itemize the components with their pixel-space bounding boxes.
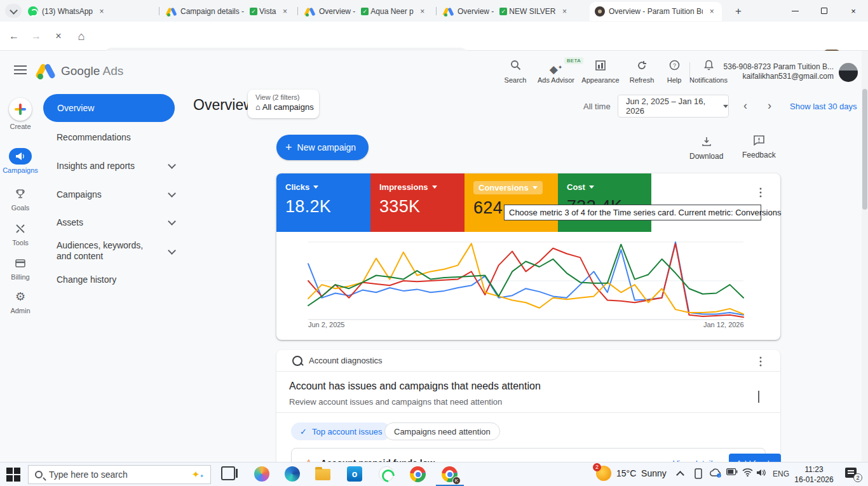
phone-link-icon[interactable] [694, 468, 703, 479]
filter-chip[interactable]: View (2 filters) ⌂ All campaigns [248, 90, 319, 118]
new-campaign-button[interactable]: + New campaign [276, 135, 369, 160]
chip-top-account-issues[interactable]: ✓ Top account issues [291, 422, 391, 440]
back-button[interactable]: ← [6, 29, 22, 44]
maximize-button[interactable] [810, 0, 839, 22]
clock[interactable]: 11:23 16-01-2026 [793, 464, 835, 485]
account-email: kaifalikhan531@gmail.com [693, 72, 834, 81]
taskbar-search[interactable]: Type here to search ✦✦ [28, 465, 211, 484]
dropdown-arrow-icon [723, 105, 728, 108]
feedback-button[interactable]: Feedback [742, 135, 776, 159]
start-button[interactable] [6, 468, 20, 482]
whatsapp-taskbar-icon[interactable] [379, 466, 395, 483]
appbar-search[interactable]: Search [493, 60, 538, 84]
metric-conversions[interactable]: Conversions 624. [465, 173, 559, 232]
menu-hamburger-icon[interactable] [14, 65, 27, 74]
tray-chevron-icon[interactable] [677, 469, 683, 480]
speaker-icon[interactable] [756, 468, 766, 477]
close-icon[interactable]: × [280, 6, 290, 17]
collapse-button[interactable] [758, 391, 759, 402]
sidebar-item-recommendations[interactable]: Recommendations [57, 132, 175, 142]
show-last-30-days-link[interactable]: Show last 30 days [790, 102, 857, 111]
close-icon[interactable]: × [417, 6, 428, 17]
action-center-icon[interactable]: 2 [845, 468, 858, 479]
window-controls: × [780, 0, 868, 22]
tab-overview-param-active[interactable]: Overview - Param Tuition Bu × [590, 2, 722, 21]
scrollbar-thumb[interactable] [862, 89, 867, 210]
tab-separator [159, 7, 159, 15]
sidebar-item-assets[interactable]: Assets [57, 217, 175, 227]
sidebar-item-campaigns[interactable]: Campaigns [57, 189, 175, 199]
tab-campaign-details[interactable]: Campaign details - ✓ Vista × [161, 2, 296, 21]
metric-impressions[interactable]: Impressions 335K [370, 173, 465, 232]
tab-separator [297, 7, 298, 15]
tab-search-button[interactable] [5, 4, 22, 18]
tab-whatsapp[interactable]: (13) WhatsApp × [23, 2, 158, 21]
tab-title: Campaign details - [180, 7, 244, 16]
sidebar-item-overview[interactable]: Overview [43, 94, 175, 122]
close-icon[interactable]: × [707, 6, 717, 17]
rail-create[interactable]: Create [0, 98, 41, 130]
account-avatar[interactable] [839, 63, 858, 82]
forward-button[interactable]: → [29, 29, 44, 44]
card-menu-icon[interactable] [759, 356, 762, 367]
metric-cost[interactable]: Cost 732.4K [558, 173, 651, 232]
wrench-icon [9, 220, 32, 237]
home-button[interactable]: ⌂ [74, 29, 89, 44]
rail-goals[interactable]: Goals [0, 186, 41, 212]
download-button[interactable]: Download [689, 137, 723, 161]
sidebar-item-change-history[interactable]: Change history [57, 274, 175, 285]
filter-scope: ⌂ All campaigns [255, 102, 319, 112]
chrome-icon[interactable] [410, 466, 426, 483]
chevron-up-icon [758, 391, 759, 403]
new-tab-button[interactable]: + [731, 4, 746, 19]
task-view-button[interactable] [221, 466, 238, 483]
close-window-button[interactable]: × [839, 0, 868, 22]
file-explorer-icon[interactable] [315, 466, 332, 483]
edge-icon[interactable] [285, 466, 301, 483]
search-placeholder: Type here to search [49, 469, 128, 480]
time-series-chart: Jun 2, 2025 Jan 12, 2026 [276, 232, 780, 340]
whatsapp-icon [28, 6, 38, 17]
google-ads-logo[interactable] [37, 62, 56, 79]
metric-clicks[interactable]: Clicks 18.2K [276, 173, 370, 232]
outlook-icon[interactable]: o [347, 466, 363, 483]
metric-value: 18.2K [285, 197, 370, 217]
rail-tools[interactable]: Tools [0, 220, 41, 246]
copilot-icon[interactable] [254, 466, 271, 483]
close-icon[interactable]: × [559, 6, 569, 17]
account-info[interactable]: 536-908-8723 Param Tuition B... kaifalik… [693, 62, 834, 81]
rail-campaigns[interactable]: Campaigns [0, 148, 41, 174]
minimize-button[interactable] [780, 0, 810, 22]
sidebar-item-insights[interactable]: Insights and reports [57, 161, 175, 171]
next-period-button[interactable]: › [768, 99, 771, 112]
tab-separator [436, 7, 437, 15]
prev-period-button[interactable]: ‹ [743, 99, 747, 112]
rail-billing[interactable]: Billing [0, 255, 41, 281]
chip-campaigns-need-attention[interactable]: Campaigns need attention [384, 422, 500, 440]
weather-widget[interactable]: 2 15°C Sunny [596, 466, 667, 481]
date-range-picker[interactable]: Jun 2, 2025 – Jan 16, 2026 [618, 95, 729, 118]
chevron-down-icon [168, 217, 176, 226]
maximize-icon [821, 8, 827, 14]
create-plus-icon [9, 98, 32, 121]
battery-icon[interactable] [726, 468, 738, 475]
tab-title: Overview - Param Tuition Bu [609, 7, 703, 16]
close-icon[interactable]: × [97, 6, 107, 17]
appbar-appearance[interactable]: Appearance [578, 60, 623, 84]
tab-overview-silver[interactable]: Overview - ✓ NEW SILVER × [438, 2, 576, 21]
page-scrollbar[interactable] [862, 51, 868, 462]
feedback-icon [742, 135, 776, 148]
chrome-profile-icon[interactable]: K [442, 466, 458, 483]
sidebar-item-audiences[interactable]: Audiences, keywords, and content [57, 240, 175, 262]
wifi-icon[interactable] [742, 468, 753, 476]
language-indicator[interactable]: ENG [773, 469, 789, 478]
sun-icon: 2 [596, 466, 611, 481]
card-menu-icon[interactable] [759, 187, 762, 198]
diagnostics-icon [292, 356, 302, 366]
stop-loading-button[interactable]: × [51, 29, 66, 44]
rail-admin[interactable]: ⚙ Admin [0, 288, 41, 314]
sparkle-icon: ✦✦ [192, 469, 204, 480]
overview-time-series-card: Clicks 18.2K Impressions 335K Conversion… [276, 173, 780, 340]
onedrive-icon[interactable]: i [709, 468, 722, 478]
tab-overview-aqua[interactable]: Overview - ✓ Aqua Neer p × [300, 2, 435, 21]
